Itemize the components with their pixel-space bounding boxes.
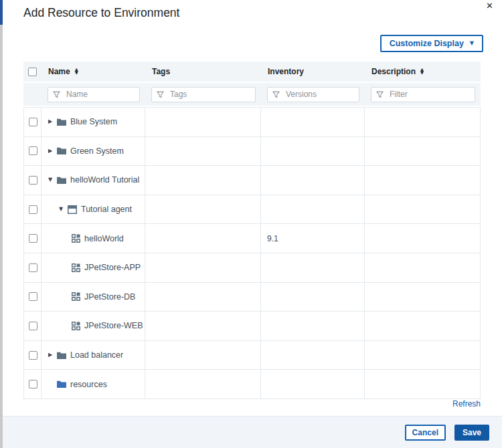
row-description-cell [365,341,481,370]
row-label[interactable]: Blue System [70,117,117,126]
column-header-tags: Tags [145,67,261,76]
row-label[interactable]: resources [70,380,107,389]
add-resource-dialog: Add Resource to Environment ✕ Customize … [3,0,502,448]
tags-filter-input[interactable] [151,87,256,102]
row-description-cell [365,195,481,224]
table-row: helloWorld 9.1 [23,224,481,253]
row-label[interactable]: helloWorld [84,234,124,243]
column-header-description-label: Description [371,67,416,76]
row-name-cell: ▶ Green System [41,137,145,166]
table-row: ▼ helloWorld Tutorial [23,166,481,195]
row-checkbox[interactable] [29,146,37,155]
tags-filter-cell [151,87,256,102]
row-description-cell [365,283,481,312]
column-header-name-label: Name [48,67,70,76]
row-checkbox[interactable] [29,380,37,388]
row-inventory-cell [261,137,365,166]
table-row: resources [23,370,481,399]
description-filter-input[interactable] [371,87,475,102]
row-tags-cell [145,224,261,253]
row-name-cell: resources [41,370,145,399]
row-name-cell: helloWorld [41,224,145,253]
expander-icon[interactable]: ▶ [48,352,57,358]
row-checkbox-cell [23,283,41,312]
cancel-button[interactable]: Cancel [405,425,446,441]
resource-table: Name ▲▼ Tags Inventory Description ▲▼ [23,62,481,399]
expander-icon[interactable]: ▶ [48,148,57,154]
row-checkbox-cell [23,195,41,224]
row-checkbox[interactable] [29,322,37,330]
row-tags-cell [145,195,261,224]
indent-spacer [48,326,72,326]
row-tags-cell [145,341,261,370]
row-checkbox[interactable] [29,205,37,214]
expander-icon[interactable]: ▼ [59,207,68,212]
row-inventory-cell [261,370,365,399]
table-header-row: Name ▲▼ Tags Inventory Description ▲▼ [23,62,481,82]
name-filter-input[interactable] [48,87,140,102]
row-checkbox-cell [23,166,41,195]
row-name-cell: JPetStore-DB [41,283,145,312]
row-label[interactable]: Green System [70,146,124,156]
row-checkbox[interactable] [29,118,37,126]
row-checkbox-cell [23,370,41,399]
versions-filter-input[interactable] [267,87,359,102]
save-button[interactable]: Save [454,425,489,441]
row-name-cell: ▼ helloWorld Tutorial [41,166,145,195]
row-checkbox[interactable] [29,292,37,301]
row-inventory-cell [261,312,365,340]
column-header-inventory-label: Inventory [268,67,304,76]
row-inventory-cell [261,108,365,136]
description-filter-cell [371,87,475,102]
row-label[interactable]: Tutorial agent [81,205,132,214]
customize-display-button[interactable]: Customize Display ▼ [380,35,483,52]
agent-icon [68,205,77,214]
row-name-cell: JPetStore-APP [41,253,145,282]
row-inventory-cell [261,283,365,312]
component-icon [72,234,80,243]
customize-display-label: Customize Display [390,39,464,48]
row-label[interactable]: Load balancer [70,350,123,360]
row-checkbox[interactable] [29,263,37,272]
table-row: ▼ Tutorial agent [23,195,481,225]
row-label[interactable]: JPetStore-APP [84,263,141,272]
row-description-cell [365,370,481,399]
row-name-cell: JPetStore-WEB [41,312,145,340]
row-checkbox[interactable] [29,351,37,360]
row-label[interactable]: JPetStore-DB [84,292,135,302]
row-label[interactable]: helloWorld Tutorial [70,175,139,185]
row-checkbox-cell [23,224,41,253]
row-description-cell [365,312,481,340]
folder-icon [57,352,66,359]
indent-spacer [48,209,59,210]
folder-icon [57,118,66,126]
row-inventory-cell [261,195,365,224]
row-checkbox-cell [23,341,41,370]
expander-icon[interactable]: ▼ [48,177,57,183]
component-icon [72,322,80,330]
row-inventory-cell: 9.1 [261,224,365,253]
row-name-cell: ▶ Load balancer [41,341,145,370]
row-inventory-cell [261,253,365,282]
table-row: ▶ Blue System [23,108,481,137]
column-header-name[interactable]: Name ▲▼ [41,67,145,76]
row-label[interactable]: JPetStore-WEB [84,321,143,330]
dialog-title: Add Resource to Environment [23,6,179,20]
component-icon [72,263,80,272]
row-inventory-cell [261,341,365,370]
expander-icon[interactable]: ▶ [48,119,57,124]
row-checkbox[interactable] [29,234,37,243]
table-body: ▶ Blue System ▶ Green System ▼ helloWorl… [23,107,481,399]
select-all-checkbox[interactable] [28,68,37,76]
header-checkbox-cell [23,68,41,76]
row-checkbox[interactable] [29,176,37,185]
sort-icon[interactable]: ▲▼ [420,68,424,75]
row-checkbox-cell [23,137,41,166]
indent-spacer [48,296,72,297]
sort-icon[interactable]: ▲▼ [75,68,78,75]
column-header-description[interactable]: Description ▲▼ [365,67,481,76]
refresh-link[interactable]: Refresh [452,399,481,409]
table-row: JPetStore-DB [23,283,481,312]
table-row: ▶ Green System [23,137,481,166]
close-icon[interactable]: ✕ [486,1,493,11]
